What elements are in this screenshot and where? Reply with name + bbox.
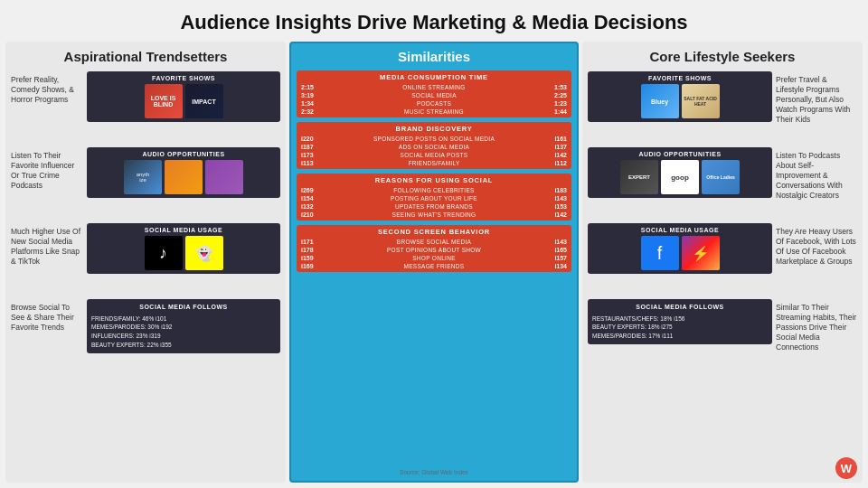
snap-image: 👻 (185, 236, 223, 270)
reasons-row-1-label: FOLLOWING CELEBRITIES (321, 187, 547, 193)
reasons-row-2-left: i154 (301, 195, 321, 202)
left-follows-text: Browse Social To See & Share Their Favor… (11, 299, 83, 333)
second-row-3: i159 SHOP ONLINE i157 (301, 255, 567, 261)
brand-row-1-left: i220 (301, 136, 321, 142)
right-fav-shows-section: FAVORITE SHOWS Bluey SALT FAT ACID HEAT … (588, 71, 857, 144)
reasons-row-3: i132 UPDATES FROM BRANDS i153 (301, 203, 567, 210)
content-area: Aspirational Trendsetters Prefer Reality… (0, 42, 868, 483)
podcast-image-2 (165, 160, 203, 194)
reasons-row-2-right: i143 (547, 195, 567, 202)
right-panel-title: Core Lifestyle Seekers (588, 49, 857, 64)
right-fav-shows-title: FAVORITE SHOWS (591, 75, 769, 81)
second-row-4-left: i169 (301, 263, 321, 269)
second-row-1: i171 BROWSE SOCIAL MEDIA i143 (301, 239, 567, 245)
media-row-4: 2:32 MUSIC STREAMING 1:44 (301, 108, 567, 115)
right-follows-item-3: MEMES/PARODIES: 17% i111 (592, 332, 768, 341)
brand-row-3: i173 SOCIAL MEDIA POSTS i142 (301, 152, 567, 158)
reasons-row-2: i154 POSTING ABOUT YOUR LIFE i143 (301, 195, 567, 202)
brand-row-3-label: SOCIAL MEDIA POSTS (321, 152, 547, 158)
reasons-social-section: REASONS FOR USING SOCIAL i269 FOLLOWING … (297, 174, 571, 221)
brand-row-1-right: i161 (547, 136, 567, 142)
right-follows-item-2: BEAUTY EXPERTS: 18% i275 (592, 323, 768, 332)
left-audio-images: anythize (90, 160, 277, 194)
tiktok-image: ♪ (145, 236, 183, 270)
media-row-3-right: 1:23 (547, 100, 567, 107)
left-follows-card: SOCIAL MEDIA FOLLOWS FRIENDS/FAMILY: 46%… (87, 299, 280, 353)
right-social-usage-card: SOCIAL MEDIA USAGE f ⚡ (588, 223, 772, 274)
second-row-1-right: i143 (547, 239, 567, 245)
right-panel: Core Lifestyle Seekers FAVORITE SHOWS Bl… (582, 42, 863, 483)
left-social-usage-images: ♪ 👻 (90, 236, 277, 270)
left-fav-shows-images: LOVE IS BLIND IMPACT (90, 84, 277, 118)
left-follows-section: Browse Social To See & Share Their Favor… (11, 299, 280, 353)
right-follows-card-title: SOCIAL MEDIA FOLLOWS (592, 303, 768, 313)
right-follows-item-1: RESTAURANTS/CHEFS: 18% i156 (592, 314, 768, 324)
media-row-2-label: SOCIAL MEDIA (321, 92, 547, 99)
right-follows-text: Similar To Their Streaming Habits, Their… (776, 299, 857, 352)
podcast-image-1: anythize (124, 160, 162, 194)
brand-row-1-label: SPONSORED POSTS ON SOCIAL MEDIA (321, 136, 547, 142)
second-row-2: i178 POST OPINIONS ABOUT SHOW i165 (301, 247, 567, 253)
second-row-3-label: SHOP ONLINE (321, 255, 547, 261)
left-social-usage-text: Much Higher Use Of New Social Media Plat… (11, 223, 83, 267)
reasons-row-4-left: i210 (301, 211, 321, 218)
left-follows-card-title: SOCIAL MEDIA FOLLOWS (91, 303, 276, 313)
left-audio-text: Listen To Their Favorite Influencer Or T… (11, 147, 83, 191)
reasons-social-title: REASONS FOR USING SOCIAL (301, 176, 567, 184)
left-social-usage-card: SOCIAL MEDIA USAGE ♪ 👻 (87, 223, 280, 274)
media-row-3-label: PODCASTS (321, 100, 547, 107)
right-audio-images: EXPERT goop Office Ladies (591, 160, 769, 194)
brand-row-3-right: i142 (547, 152, 567, 158)
media-row-3-left: 1:34 (301, 100, 321, 107)
media-consumption-section: MEDIA CONSUMPTION TIME 2:15 ONLINE STREA… (297, 70, 571, 117)
media-consumption-title: MEDIA CONSUMPTION TIME (301, 73, 567, 81)
source-text: Source: Global Web Index (297, 469, 571, 475)
brand-row-1: i220 SPONSORED POSTS ON SOCIAL MEDIA i16… (301, 136, 567, 142)
brand-row-2-label: ADS ON SOCIAL MEDIA (321, 144, 547, 150)
brand-discovery-title: BRAND DISCOVERY (301, 125, 567, 133)
reasons-row-2-label: POSTING ABOUT YOUR LIFE (321, 195, 547, 202)
second-screen-rows: i171 BROWSE SOCIAL MEDIA i143 i178 POST … (301, 239, 567, 269)
second-row-2-right: i165 (547, 247, 567, 253)
brand-row-4-label: FRIENDS/FAMILY (321, 160, 547, 166)
right-audio-title: AUDIO OPPORTUNITIES (591, 151, 769, 157)
second-row-2-label: POST OPINIONS ABOUT SHOW (321, 247, 547, 253)
media-row-2-right: 2:25 (547, 92, 567, 99)
media-row-1-left: 2:15 (301, 84, 321, 90)
show-image-bluey: Bluey (641, 84, 679, 118)
right-follows-card: SOCIAL MEDIA FOLLOWS RESTAURANTS/CHEFS: … (588, 299, 772, 344)
reasons-row-1: i269 FOLLOWING CELEBRITIES i183 (301, 187, 567, 193)
podcast-image-3 (205, 160, 243, 194)
facebook-image: f (641, 236, 679, 270)
right-follows-section: SOCIAL MEDIA FOLLOWS RESTAURANTS/CHEFS: … (588, 299, 857, 353)
left-fav-shows-section: Prefer Reality, Comedy Shows, & Horror P… (11, 71, 280, 144)
left-fav-shows-card: FAVORITE SHOWS LOVE IS BLIND IMPACT (87, 71, 280, 122)
right-social-usage-section: SOCIAL MEDIA USAGE f ⚡ They Are Heavy Us… (588, 223, 857, 296)
second-row-3-left: i159 (301, 255, 321, 261)
brand-row-2: i187 ADS ON SOCIAL MEDIA i137 (301, 144, 567, 150)
reasons-row-1-right: i183 (547, 187, 567, 193)
left-fav-shows-title: FAVORITE SHOWS (90, 75, 277, 81)
second-screen-section: SECOND SCREEN BEHAVIOR i171 BROWSE SOCIA… (297, 225, 571, 272)
media-consumption-rows: 2:15 ONLINE STREAMING 1:53 3:19 SOCIAL M… (301, 84, 567, 115)
show-image-saltfat: SALT FAT ACID HEAT (682, 84, 720, 118)
right-audio-text: Listen To Podcasts About Self-Improvemen… (776, 147, 857, 201)
media-row-4-label: MUSIC STREAMING (321, 108, 547, 115)
center-panel: Similarities MEDIA CONSUMPTION TIME 2:15… (289, 42, 579, 483)
brand-row-3-left: i173 (301, 152, 321, 158)
reasons-row-1-left: i269 (301, 187, 321, 193)
left-follows-item-1: FRIENDS/FAMILY: 46% i101 (91, 314, 276, 324)
media-row-1-right: 1:53 (547, 84, 567, 90)
second-row-1-left: i171 (301, 239, 321, 245)
left-follows-item-2: MEMES/PARODIES: 30% i192 (91, 323, 276, 332)
left-follows-item-4: BEAUTY EXPERTS: 22% i355 (91, 341, 276, 350)
second-row-1-label: BROWSE SOCIAL MEDIA (321, 239, 547, 245)
reasons-row-3-left: i132 (301, 203, 321, 210)
right-fav-shows-text: Prefer Travel & Lifestyle Programs Perso… (776, 71, 857, 125)
podcast-expert: EXPERT (620, 160, 658, 194)
show-image-impact: IMPACT (185, 84, 223, 118)
reasons-row-4-right: i142 (547, 211, 567, 218)
left-audio-card: AUDIO OPPORTUNITIES anythize (87, 147, 280, 198)
left-panel: Aspirational Trendsetters Prefer Reality… (5, 42, 286, 483)
second-row-4-right: i134 (547, 263, 567, 269)
